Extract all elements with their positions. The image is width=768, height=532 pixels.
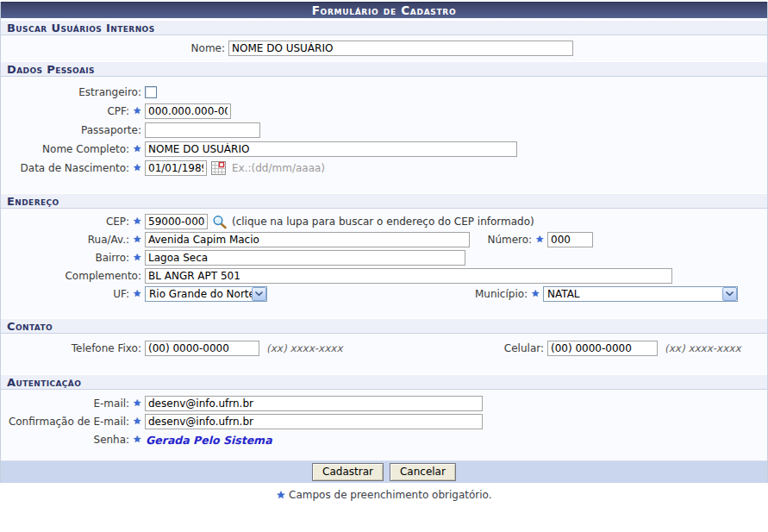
- section-header-dados-pessoais: Dados Pessoais: [1, 61, 767, 77]
- required-icon: ★: [133, 435, 141, 444]
- page-title: Formulário de Cadastro: [1, 2, 767, 18]
- required-icon: ★: [133, 235, 141, 244]
- senha-gerada-text: Gerada Pelo Sistema: [146, 434, 272, 447]
- municipio-select[interactable]: NATAL: [543, 286, 738, 302]
- cep-label: CEP: ★: [1, 216, 141, 228]
- required-icon: ★: [133, 145, 141, 153]
- email-row: E-mail: ★: [1, 396, 767, 411]
- section-body-autenticacao: E-mail: ★ Confirmação de E-mail: ★ Senha…: [1, 390, 767, 460]
- cep-hint: (clique na lupa para buscar o endereço d…: [232, 216, 534, 228]
- nome-busca-row: Nome:: [1, 41, 767, 56]
- required-icon: ★: [133, 290, 141, 298]
- required-icon: ★: [133, 107, 141, 116]
- required-icon: ★: [276, 489, 285, 501]
- data-nascimento-hint: Ex.:(dd/mm/aaaa): [232, 162, 325, 174]
- chevron-down-icon[interactable]: [722, 287, 737, 301]
- passaporte-label: Passaporte:: [1, 124, 141, 136]
- rua-input[interactable]: [145, 232, 470, 247]
- confirmacao-email-row: Confirmação de E-mail: ★: [1, 414, 767, 429]
- required-icon: ★: [133, 253, 141, 262]
- data-nascimento-input[interactable]: [145, 160, 207, 176]
- numero-group: Número: ★: [471, 232, 593, 247]
- celular-hint: (xx) xxxx-xxxx: [665, 342, 741, 354]
- section-body-dados-pessoais: Estrangeiro: CPF: ★ Passaporte: Nome Com…: [1, 77, 767, 193]
- passaporte-row: Passaporte:: [1, 122, 767, 138]
- telefone-fixo-input[interactable]: [145, 341, 259, 356]
- uf-label: UF: ★: [1, 288, 141, 300]
- section-body-contato: Telefone Fixo: (xx) xxxx-xxxx Celular: (…: [1, 334, 767, 374]
- celular-group: Celular: (xx) xxxx-xxxx: [471, 341, 741, 356]
- section-header-contato: Contato: [1, 318, 767, 334]
- estrangeiro-row: Estrangeiro:: [1, 84, 767, 100]
- numero-input[interactable]: [547, 232, 593, 247]
- chevron-down-icon[interactable]: [252, 287, 266, 301]
- required-icon: ★: [133, 164, 141, 172]
- uf-select[interactable]: Rio Grande do Norte: [145, 286, 267, 302]
- section-body-buscar: Nome:: [1, 35, 767, 61]
- required-icon: ★: [531, 290, 540, 298]
- cep-row: CEP: ★ (clique na lupa para buscar o end…: [1, 214, 767, 229]
- confirmacao-email-label: Confirmação de E-mail: ★: [1, 416, 141, 428]
- cancelar-button[interactable]: Cancelar: [390, 463, 456, 481]
- email-label: E-mail: ★: [1, 397, 141, 410]
- telefone-row: Telefone Fixo: (xx) xxxx-xxxx Celular: (…: [1, 341, 767, 356]
- passaporte-input[interactable]: [145, 122, 260, 138]
- data-nascimento-label: Data de Nascimento: ★: [1, 162, 141, 174]
- required-fields-note-text: Campos de preenchimento obrigatório.: [289, 489, 491, 501]
- telefone-fixo-hint: (xx) xxxx-xxxx: [266, 342, 343, 354]
- nome-completo-row: Nome Completo: ★: [1, 141, 767, 157]
- nome-completo-input[interactable]: [145, 141, 517, 157]
- bairro-label: Bairro: ★: [1, 252, 141, 264]
- calendar-icon[interactable]: [211, 161, 226, 175]
- celular-input[interactable]: [547, 341, 658, 356]
- section-header-autenticacao: Autenticação: [1, 374, 767, 390]
- cpf-input[interactable]: [145, 103, 231, 119]
- required-icon: ★: [133, 399, 141, 408]
- cadastrar-button[interactable]: Cadastrar: [312, 463, 384, 481]
- confirmacao-email-input[interactable]: [145, 414, 483, 429]
- data-nascimento-row: Data de Nascimento: ★ Ex.:(dd/mm/aaaa): [1, 160, 767, 176]
- section-body-endereco: CEP: ★ (clique na lupa para buscar o end…: [1, 209, 767, 318]
- cep-input[interactable]: [145, 214, 208, 229]
- required-icon: ★: [133, 417, 141, 426]
- section-header-endereco: Endereço: [1, 193, 767, 209]
- bairro-input[interactable]: [145, 250, 465, 266]
- required-icon: ★: [535, 235, 544, 244]
- bairro-row: Bairro: ★: [1, 250, 767, 266]
- estrangeiro-checkbox[interactable]: [145, 86, 157, 98]
- telefone-fixo-label: Telefone Fixo:: [1, 342, 141, 354]
- municipio-group: Município: ★ NATAL: [268, 286, 738, 302]
- complemento-label: Complemento:: [1, 270, 141, 282]
- numero-label: Número: ★: [471, 234, 544, 246]
- cpf-label: CPF: ★: [1, 105, 141, 117]
- celular-label: Celular:: [471, 342, 544, 354]
- cpf-row: CPF: ★: [1, 103, 767, 119]
- nome-busca-label: Nome:: [1, 42, 225, 54]
- required-icon: ★: [133, 217, 141, 226]
- email-input[interactable]: [145, 396, 483, 411]
- form-actions: Cadastrar Cancelar: [1, 460, 767, 483]
- complemento-input[interactable]: [145, 268, 672, 284]
- rua-label: Rua/Av.: ★: [1, 234, 141, 246]
- rua-row: Rua/Av.: ★ Número: ★: [1, 232, 767, 247]
- uf-row: UF: ★ Rio Grande do Norte Município: ★ N…: [1, 286, 767, 302]
- nome-completo-label: Nome Completo: ★: [1, 143, 141, 155]
- nome-busca-input[interactable]: [228, 41, 573, 56]
- search-cep-magnifier-icon[interactable]: [212, 215, 228, 229]
- cadastro-form: Formulário de Cadastro Buscar Usuários I…: [0, 2, 768, 483]
- senha-label: Senha: ★: [1, 434, 141, 446]
- senha-row: Senha: ★ Gerada Pelo Sistema: [1, 432, 767, 448]
- required-fields-note: ★ Campos de preenchimento obrigatório.: [0, 489, 768, 501]
- section-header-buscar-usuarios-internos: Buscar Usuários Internos: [1, 20, 767, 35]
- municipio-label: Município: ★: [268, 288, 540, 300]
- complemento-row: Complemento:: [1, 268, 767, 284]
- estrangeiro-label: Estrangeiro:: [1, 86, 141, 98]
